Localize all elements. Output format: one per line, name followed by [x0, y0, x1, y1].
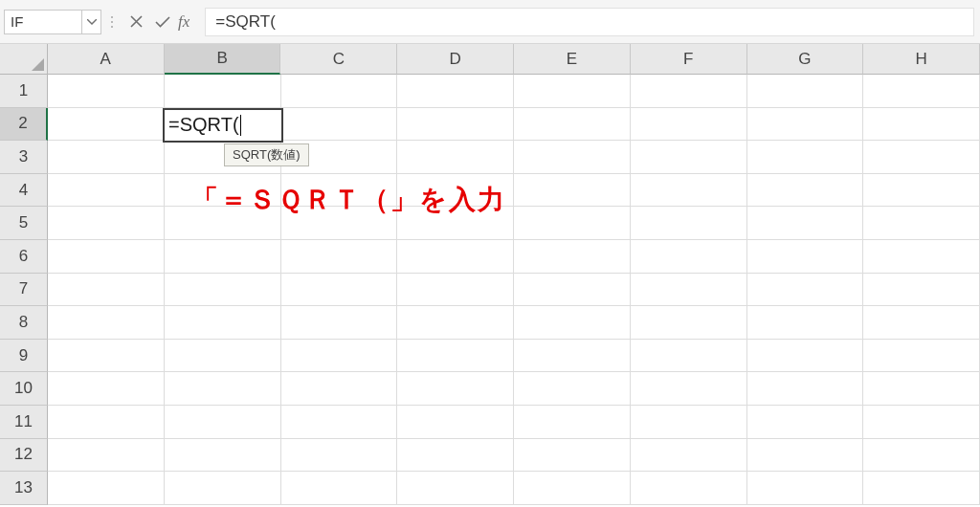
- cell[interactable]: [863, 75, 980, 108]
- cell[interactable]: [165, 306, 281, 340]
- cell[interactable]: [863, 439, 980, 473]
- cell[interactable]: [48, 207, 165, 240]
- active-cell-editor[interactable]: =SQRT(: [163, 108, 283, 143]
- cell[interactable]: [631, 340, 747, 373]
- cell[interactable]: [281, 75, 398, 108]
- row-header-10[interactable]: 10: [0, 372, 48, 406]
- cell[interactable]: [165, 274, 281, 307]
- cell[interactable]: [747, 372, 864, 406]
- cell[interactable]: [48, 372, 165, 406]
- cancel-button[interactable]: [122, 9, 149, 35]
- cell[interactable]: [48, 174, 165, 208]
- name-box[interactable]: IF: [4, 10, 82, 34]
- cell[interactable]: [281, 372, 398, 406]
- row-header-11[interactable]: 11: [0, 406, 48, 439]
- cell[interactable]: [747, 306, 864, 340]
- cell[interactable]: [48, 274, 165, 307]
- cell[interactable]: [631, 274, 747, 307]
- col-header-C[interactable]: C: [280, 44, 397, 75]
- cell[interactable]: [48, 240, 165, 274]
- enter-button[interactable]: [149, 9, 176, 35]
- cell[interactable]: [514, 174, 631, 208]
- cell[interactable]: [397, 274, 514, 307]
- row-header-5[interactable]: 5: [0, 207, 48, 240]
- col-header-E[interactable]: E: [514, 44, 631, 75]
- cell[interactable]: [165, 75, 281, 108]
- col-header-A[interactable]: A: [48, 44, 165, 75]
- cell[interactable]: [281, 274, 398, 307]
- cell[interactable]: [397, 240, 514, 274]
- cell[interactable]: [514, 240, 631, 274]
- function-tooltip[interactable]: SQRT(数値): [224, 143, 309, 166]
- cell[interactable]: [514, 406, 631, 439]
- cell[interactable]: [863, 108, 980, 142]
- cell[interactable]: [48, 306, 165, 340]
- cell[interactable]: [631, 141, 747, 174]
- row-header-12[interactable]: 12: [0, 439, 48, 473]
- cell[interactable]: [747, 472, 864, 505]
- cell[interactable]: [863, 274, 980, 307]
- cell[interactable]: [514, 274, 631, 307]
- row-header-1[interactable]: 1: [0, 75, 48, 108]
- cell[interactable]: [631, 306, 747, 340]
- cell[interactable]: [863, 372, 980, 406]
- cells-area[interactable]: =SQRT( SQRT(数値) 「＝ＳＱＲＴ（」を入力: [48, 75, 980, 507]
- cell[interactable]: [631, 240, 747, 274]
- cell[interactable]: [631, 207, 747, 240]
- row-header-3[interactable]: 3: [0, 141, 48, 174]
- col-header-H[interactable]: H: [863, 44, 980, 75]
- cell[interactable]: [165, 472, 281, 505]
- cell[interactable]: [863, 472, 980, 505]
- row-header-13[interactable]: 13: [0, 472, 48, 505]
- name-box-dropdown[interactable]: [82, 10, 101, 34]
- cell[interactable]: [397, 472, 514, 505]
- cell[interactable]: [747, 75, 864, 108]
- cell[interactable]: [165, 340, 281, 373]
- cell[interactable]: [631, 406, 747, 439]
- cell[interactable]: [631, 472, 747, 505]
- cell[interactable]: [863, 141, 980, 174]
- cell[interactable]: [631, 174, 747, 208]
- row-header-8[interactable]: 8: [0, 306, 48, 340]
- cell[interactable]: [48, 340, 165, 373]
- cell[interactable]: [397, 141, 514, 174]
- cell[interactable]: [747, 406, 864, 439]
- cell[interactable]: [631, 75, 747, 108]
- cell[interactable]: [514, 372, 631, 406]
- row-header-4[interactable]: 4: [0, 174, 48, 208]
- cell[interactable]: [747, 108, 864, 142]
- cell[interactable]: [514, 439, 631, 473]
- cell[interactable]: [514, 207, 631, 240]
- cell[interactable]: [165, 372, 281, 406]
- cell[interactable]: [48, 75, 165, 108]
- cell[interactable]: [48, 439, 165, 473]
- cell[interactable]: [514, 108, 631, 142]
- cell[interactable]: [48, 406, 165, 439]
- cell[interactable]: [631, 372, 747, 406]
- cell[interactable]: [863, 340, 980, 373]
- cell[interactable]: [863, 207, 980, 240]
- row-header-7[interactable]: 7: [0, 274, 48, 307]
- cell[interactable]: [397, 439, 514, 473]
- cell[interactable]: [514, 472, 631, 505]
- cell[interactable]: [48, 472, 165, 505]
- cell[interactable]: [747, 240, 864, 274]
- cell[interactable]: [747, 174, 864, 208]
- col-header-D[interactable]: D: [397, 44, 514, 75]
- cell[interactable]: [863, 240, 980, 274]
- cell[interactable]: [747, 439, 864, 473]
- cell[interactable]: [281, 108, 398, 142]
- row-header-2[interactable]: 2: [0, 108, 48, 142]
- cell[interactable]: [397, 306, 514, 340]
- cell[interactable]: [165, 406, 281, 439]
- cell[interactable]: [48, 141, 165, 174]
- row-header-6[interactable]: 6: [0, 240, 48, 274]
- cell[interactable]: [514, 141, 631, 174]
- cell[interactable]: [281, 306, 398, 340]
- cell[interactable]: [863, 174, 980, 208]
- cell[interactable]: [747, 207, 864, 240]
- cell[interactable]: [281, 340, 398, 373]
- cell[interactable]: [165, 439, 281, 473]
- cell[interactable]: [397, 108, 514, 142]
- cell[interactable]: [397, 340, 514, 373]
